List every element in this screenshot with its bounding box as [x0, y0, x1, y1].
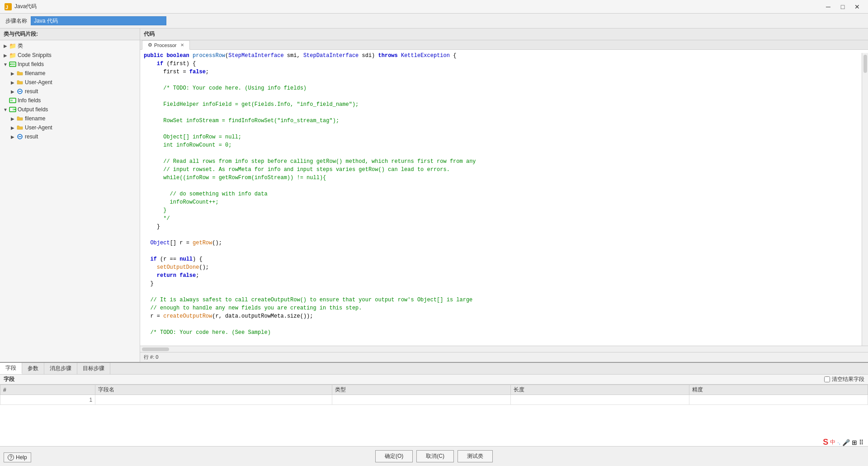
bottom-content: 字段 清空结果字段 # 字段名 类型 长度 精度 — [0, 375, 868, 446]
tab-processor[interactable]: ⚙ Processor ✕ — [142, 40, 190, 50]
toggle-classes: ▶ — [2, 43, 9, 50]
title-bar: J Java代码 ─ □ ✕ — [0, 0, 868, 14]
ime-logo: S — [823, 437, 828, 447]
right-panel: 代码 ⚙ Processor ✕ public boolean processR… — [140, 29, 868, 362]
label-useragent-input: User-Agent — [25, 79, 52, 86]
help-button[interactable]: ? Help — [4, 452, 31, 462]
step-name-label: 步骤名称 — [5, 17, 27, 25]
status-row: 行 #: 0 — [144, 354, 158, 361]
tab-info-steps-label: 消息步骤 — [50, 365, 71, 372]
bottom-tabs: 字段 参数 消息步骤 目标步骤 — [0, 363, 868, 375]
toggle-input-fields: ▼ — [2, 61, 9, 68]
code-editor[interactable]: public boolean processRow(StepMetaInterf… — [140, 50, 868, 346]
cell-precision[interactable] — [689, 395, 868, 405]
field-icon-result-output — [16, 133, 24, 140]
fields-table: # 字段名 类型 长度 精度 1 — [0, 385, 868, 446]
sidebar-item-result-input[interactable]: ▶ result — [0, 87, 140, 96]
subfolder-icon-filename-input — [16, 70, 24, 77]
tab-processor-close[interactable]: ✕ — [180, 43, 184, 48]
sidebar-item-result-output[interactable]: ▶ result — [0, 132, 140, 141]
label-result-input: result — [25, 88, 38, 95]
sidebar-item-filename-input[interactable]: ▶ filename — [0, 69, 140, 78]
sidebar-item-filename-output[interactable]: ▶ filename — [0, 114, 140, 123]
toggle-snippits: ▶ — [2, 52, 9, 59]
subfolder-icon-useragent-input — [16, 79, 24, 86]
help-label: Help — [16, 454, 27, 461]
code-tab-bar: ⚙ Processor ✕ — [140, 40, 868, 50]
tab-processor-icon: ⚙ — [148, 42, 152, 48]
svg-text:J: J — [5, 5, 8, 10]
input-fields-icon — [9, 61, 16, 68]
label-output-fields: Output fields — [18, 106, 48, 113]
tab-params-label: 参数 — [28, 365, 38, 372]
cell-length[interactable] — [510, 395, 689, 405]
table-row: 1 — [0, 395, 868, 405]
test-label: 测试类 — [467, 453, 483, 459]
field-icon-result-input — [16, 88, 24, 95]
ime-mic-icon[interactable]: 🎤 — [842, 439, 850, 446]
window-controls: ─ □ ✕ — [822, 2, 863, 12]
tab-params[interactable]: 参数 — [22, 363, 44, 374]
sidebar-item-info-fields[interactable]: Info fields — [0, 96, 140, 105]
fields-section-title: 字段 — [4, 376, 14, 383]
code-status-bar: 行 #: 0 — [140, 352, 868, 362]
horizontal-scrollbar[interactable] — [140, 346, 868, 352]
toggle-info-fields — [2, 97, 9, 104]
tree-container[interactable]: ▶ 📁 类 ▶ 📁 Code Snippits ▼ Input fields — [0, 40, 140, 362]
tab-fields[interactable]: 字段 — [0, 363, 22, 374]
sidebar-item-useragent-input[interactable]: ▶ User-Agent — [0, 78, 140, 87]
sidebar-item-useragent-output[interactable]: ▶ User-Agent — [0, 123, 140, 132]
code-area-container: ⚙ Processor ✕ public boolean processRow(… — [140, 40, 868, 362]
test-button[interactable]: 测试类 — [458, 450, 493, 462]
scrollbar-thumb-v — [863, 55, 867, 73]
tab-info-steps[interactable]: 消息步骤 — [44, 363, 77, 374]
col-num: # — [0, 385, 95, 395]
action-bar: ? Help 确定(O) 取消(C) 测试类 — [0, 446, 868, 466]
clear-result-checkbox-container[interactable]: 清空结果字段 — [824, 376, 864, 383]
clear-result-checkbox[interactable] — [824, 376, 830, 382]
folder-icon-classes: 📁 — [9, 43, 16, 50]
clear-result-label: 清空结果字段 — [832, 376, 864, 383]
col-length: 长度 — [510, 385, 689, 395]
fields-data-table: # 字段名 类型 长度 精度 1 — [0, 385, 868, 405]
toggle-result-input: ▶ — [9, 88, 16, 95]
label-filename-output: filename — [25, 115, 45, 122]
tab-fields-label: 字段 — [5, 364, 16, 372]
label-input-fields: Input fields — [18, 61, 44, 67]
folder-icon-snippits: 📁 — [9, 52, 16, 59]
cancel-label: 取消(C) — [426, 453, 444, 459]
sidebar-item-output-fields[interactable]: ▼ Output fields — [0, 105, 140, 114]
sidebar-item-classes[interactable]: ▶ 📁 类 — [0, 41, 140, 51]
app-icon: J — [5, 3, 12, 10]
toggle-useragent-output: ▶ — [9, 124, 16, 131]
cell-type[interactable] — [332, 395, 510, 405]
confirm-label: 确定(O) — [385, 453, 403, 459]
cell-num: 1 — [0, 395, 95, 405]
output-fields-icon — [9, 106, 16, 113]
tab-target-steps[interactable]: 目标步骤 — [77, 363, 110, 374]
label-filename-input: filename — [25, 70, 45, 76]
bottom-section: 字段 参数 消息步骤 目标步骤 字段 清空结果字段 # 字段名 — [0, 362, 868, 466]
sidebar-item-snippits[interactable]: ▶ 📁 Code Snippits — [0, 51, 140, 60]
close-button[interactable]: ✕ — [851, 2, 863, 12]
maximize-button[interactable]: □ — [836, 2, 849, 12]
code-panel-title: 代码 — [140, 29, 868, 40]
minimize-button[interactable]: ─ — [822, 2, 835, 12]
cell-fieldname[interactable] — [95, 395, 332, 405]
ime-table-icon[interactable]: ⊞ — [852, 439, 857, 446]
title-bar-left: J Java代码 — [5, 3, 37, 10]
main-content: 类与代码片段: ▶ 📁 类 ▶ 📁 Code Snippits ▼ Input … — [0, 29, 868, 362]
help-circle-icon: ? — [8, 454, 14, 461]
sidebar-item-input-fields[interactable]: ▼ Input fields — [0, 60, 140, 69]
vertical-scrollbar[interactable] — [862, 53, 868, 346]
toggle-filename-input: ▶ — [9, 70, 16, 77]
label-classes: 类 — [18, 42, 23, 50]
col-precision: 精度 — [689, 385, 868, 395]
toggle-useragent-input: ▶ — [9, 79, 16, 86]
step-name-input[interactable] — [31, 16, 166, 25]
tab-processor-label: Processor — [154, 43, 177, 48]
confirm-button[interactable]: 确定(O) — [375, 450, 413, 462]
ime-lang: 中 — [830, 438, 835, 446]
ime-apps-icon[interactable]: ⠿ — [859, 439, 863, 446]
cancel-button[interactable]: 取消(C) — [416, 450, 454, 462]
